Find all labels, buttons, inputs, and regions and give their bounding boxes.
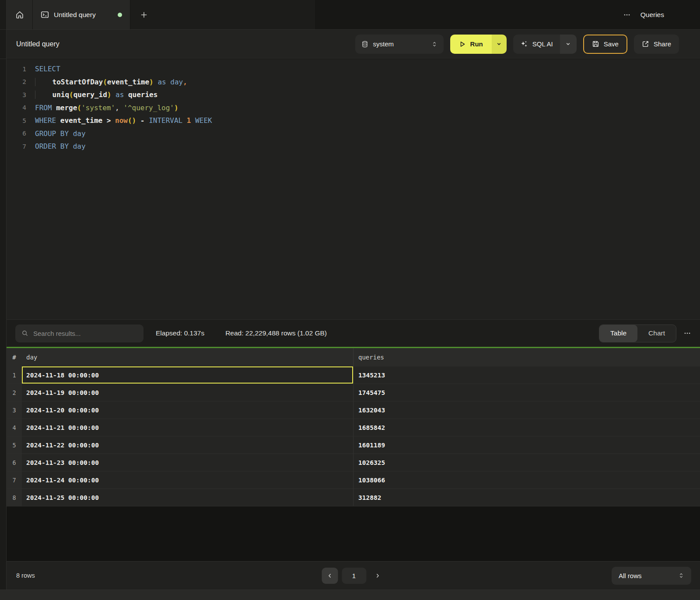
table-row: 42024-11-21 00:00:001685842 xyxy=(7,419,700,436)
code-line: 4FROM merge('system', '^query_log') xyxy=(7,101,700,115)
code-token: event_time xyxy=(60,116,102,125)
view-tab-chart[interactable]: Chart xyxy=(637,325,676,342)
code-token xyxy=(111,91,116,99)
cell-day[interactable]: 2024-11-25 00:00:00 xyxy=(22,489,354,506)
cell-day[interactable]: 2024-11-21 00:00:00 xyxy=(22,419,354,436)
sql-editor[interactable]: 1SELECT2 toStartOfDay(event_time) as day… xyxy=(7,59,700,319)
database-selector[interactable]: system xyxy=(355,35,444,54)
read-stats: Read: 22,229,488 rows (1.02 GB) xyxy=(225,329,327,337)
row-number: 5 xyxy=(7,436,22,453)
header-controls: system Run SQL AI xyxy=(355,35,679,54)
code-token: WEEK xyxy=(195,116,212,125)
line-number: 7 xyxy=(7,143,26,150)
code-text: FROM merge('system', '^query_log') xyxy=(26,104,178,112)
share-button-label: Share xyxy=(654,40,671,48)
cell-day[interactable]: 2024-11-24 00:00:00 xyxy=(22,471,354,488)
code-token: ( xyxy=(77,104,81,112)
run-options-button[interactable] xyxy=(492,35,507,54)
code-token: as xyxy=(116,91,124,99)
row-number: 1 xyxy=(7,366,22,384)
code-text: WHERE event_time > now() - INTERVAL 1 WE… xyxy=(26,116,212,125)
code-token: INTERVAL xyxy=(149,116,182,125)
page-title: Untitled query xyxy=(16,40,60,48)
cell-queries[interactable]: 1632043 xyxy=(354,401,700,419)
code-text: SELECT xyxy=(26,65,60,73)
search-results-box[interactable] xyxy=(15,324,144,342)
pagination: 1 xyxy=(322,568,385,584)
column-header-index[interactable]: # xyxy=(7,354,22,361)
tab-untitled-query[interactable]: Untitled query xyxy=(33,0,130,29)
row-number: 6 xyxy=(7,454,22,471)
row-number: 3 xyxy=(7,401,22,419)
cell-queries[interactable]: 1601189 xyxy=(354,436,700,453)
tab-overflow-button[interactable] xyxy=(623,11,631,19)
cell-queries[interactable]: 1345213 xyxy=(354,366,700,384)
table-row: 22024-11-19 00:00:001745475 xyxy=(7,384,700,401)
rows-per-page-selector[interactable]: All rows xyxy=(612,567,691,585)
table-row: 82024-11-25 00:00:00312882 xyxy=(7,489,700,506)
cell-day[interactable]: 2024-11-18 00:00:00 xyxy=(22,366,354,384)
row-number: 8 xyxy=(7,489,22,506)
home-icon xyxy=(15,10,24,19)
next-page-button[interactable] xyxy=(370,568,385,584)
column-header-day[interactable]: day xyxy=(22,348,354,366)
code-token xyxy=(182,116,187,125)
run-button-group: Run xyxy=(450,35,507,54)
code-token xyxy=(35,78,52,86)
cell-queries[interactable]: 1685842 xyxy=(354,419,700,436)
code-token: merge xyxy=(56,104,77,112)
prev-page-button[interactable] xyxy=(322,568,338,584)
cell-day[interactable]: 2024-11-22 00:00:00 xyxy=(22,436,354,453)
sql-ai-button-label: SQL AI xyxy=(532,40,553,48)
play-icon xyxy=(459,41,466,48)
code-line: 2 toStartOfDay(event_time) as day, xyxy=(7,76,700,89)
plus-icon xyxy=(140,11,148,19)
search-results-input[interactable] xyxy=(33,330,137,337)
code-token: day xyxy=(73,129,86,138)
cell-day[interactable]: 2024-11-19 00:00:00 xyxy=(22,384,354,401)
line-number: 2 xyxy=(7,78,26,85)
cell-queries[interactable]: 1026325 xyxy=(354,454,700,471)
results-toolbar: Elapsed: 0.137s Read: 22,229,488 rows (1… xyxy=(7,319,700,347)
code-line: 1SELECT xyxy=(7,63,700,76)
code-token: , xyxy=(115,104,123,112)
code-lines: 1SELECT2 toStartOfDay(event_time) as day… xyxy=(7,63,700,153)
column-header-queries[interactable]: queries xyxy=(354,354,700,361)
code-text: toStartOfDay(event_time) as day, xyxy=(26,78,187,86)
view-tab-table[interactable]: Table xyxy=(599,325,637,342)
table-row: 12024-11-18 00:00:001345213 xyxy=(7,366,700,384)
sql-ai-button-group: SQL AI xyxy=(513,35,577,54)
results-more-button[interactable] xyxy=(683,329,691,337)
run-button[interactable]: Run xyxy=(450,35,492,54)
save-button[interactable]: Save xyxy=(583,35,627,54)
code-token: - xyxy=(136,116,149,125)
code-token: uniq xyxy=(52,91,70,99)
queries-button[interactable]: Queries xyxy=(640,11,664,19)
code-token xyxy=(69,129,73,138)
save-icon xyxy=(592,40,599,48)
sql-ai-options-button[interactable] xyxy=(560,35,577,54)
code-token xyxy=(69,142,73,150)
line-number: 4 xyxy=(7,104,26,111)
updown-chevron-icon xyxy=(678,572,684,579)
code-token: event_time xyxy=(107,78,149,86)
code-token xyxy=(35,91,52,99)
table-row: 62024-11-23 00:00:001026325 xyxy=(7,454,700,471)
cell-queries[interactable]: 1745475 xyxy=(354,384,700,401)
cell-day[interactable]: 2024-11-23 00:00:00 xyxy=(22,454,354,471)
query-header: Untitled query system Run xyxy=(7,29,700,59)
database-selector-value: system xyxy=(373,40,394,48)
code-token: queries xyxy=(128,91,158,99)
sql-ai-button[interactable]: SQL AI xyxy=(513,35,560,54)
code-token: as xyxy=(158,78,166,86)
cell-queries[interactable]: 1038066 xyxy=(354,471,700,488)
home-tab[interactable] xyxy=(7,0,33,29)
new-tab-button[interactable] xyxy=(130,0,158,29)
code-token: now xyxy=(115,116,128,125)
share-button[interactable]: Share xyxy=(634,35,679,54)
current-page-button[interactable]: 1 xyxy=(342,568,366,584)
cell-day[interactable]: 2024-11-20 00:00:00 xyxy=(22,401,354,419)
external-link-icon xyxy=(642,40,649,48)
database-icon xyxy=(361,41,368,48)
cell-queries[interactable]: 312882 xyxy=(354,489,700,506)
